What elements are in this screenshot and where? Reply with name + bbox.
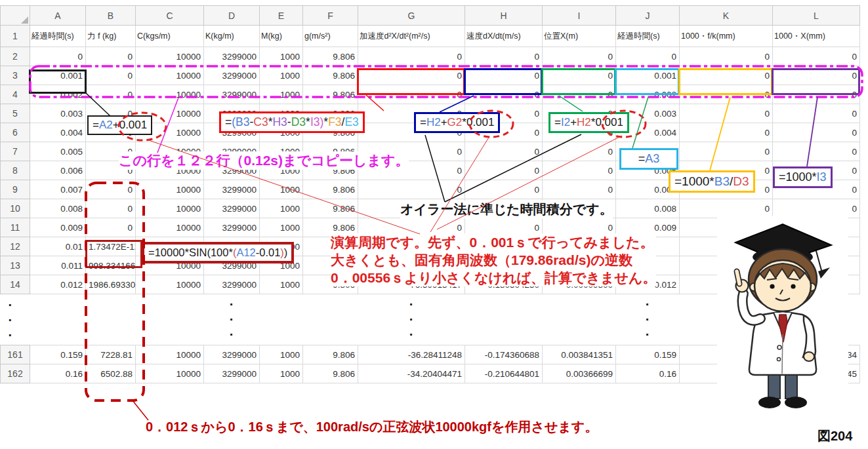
cell-k2[interactable]: 0 [680,47,773,66]
cell-e9[interactable]: 1000 [260,180,303,199]
cell-l1[interactable]: 1000・X(mm) [773,26,860,47]
column-header-d[interactable]: D [204,6,260,26]
cell-a9[interactable]: 0.007 [30,180,86,199]
cell-a11[interactable]: 0.009 [30,218,86,237]
cell-f9[interactable]: 9.806 [303,180,358,199]
row-number-3[interactable]: 3 [1,66,30,85]
cell-b162[interactable]: 6502.88 [86,364,136,383]
cell-h1[interactable]: 速度dX/dt(m/s) [465,26,543,47]
row-number-4[interactable]: 4 [1,85,30,104]
cell-a1[interactable]: 経過時間(s) [30,26,86,47]
cell-h162[interactable]: -0.210644801 [465,364,543,383]
cell-j162[interactable]: 0.16 [616,364,680,383]
cell-d9[interactable]: 3299000 [204,180,260,199]
cell-i2[interactable]: 0 [543,47,616,66]
cell-b11[interactable]: 0 [86,218,136,237]
cell-h9[interactable]: 0 [465,180,543,199]
cell-d10[interactable]: 3299000 [204,199,260,218]
cell-c3[interactable]: 10000 [136,66,204,85]
cell-j4[interactable]: 0.002 [616,85,680,104]
cell-b161[interactable]: 7228.81 [86,345,136,364]
cell-d14[interactable]: 3299000 [204,275,260,294]
cell-k10[interactable]: 0 [680,199,773,218]
cell-e2[interactable]: 1000 [260,47,303,66]
cell-b13[interactable]: 998.3341665 [86,256,136,275]
row-number-11[interactable]: 11 [1,218,30,237]
cell-i1[interactable]: 位置X(m) [543,26,616,47]
row-number-12[interactable]: 12 [1,237,30,256]
cell-c2[interactable]: 10000 [136,47,204,66]
cell-f10[interactable]: 9.806 [303,199,358,218]
column-header-h[interactable]: H [465,6,543,26]
cell-k6[interactable]: 0 [680,123,773,142]
cell-e162[interactable]: 1000 [260,364,303,383]
row-number-1[interactable]: 1 [1,26,30,47]
cell-l4[interactable]: 0 [773,85,860,104]
cell-j3[interactable]: 0.001 [616,66,680,85]
cell-f162[interactable]: 9.806 [303,364,358,383]
cell-d162[interactable]: 3299000 [204,364,260,383]
cell-f3[interactable]: 9.806 [303,66,358,85]
row-number-5[interactable]: 5 [1,104,30,123]
cell-b1[interactable]: 力 f (kg) [86,26,136,47]
cell-b12[interactable]: 1.73472E-12 [86,237,136,256]
cell-g3[interactable]: 0 [358,66,465,85]
cell-b9[interactable]: 0 [86,180,136,199]
cell-i9[interactable]: 0 [543,180,616,199]
row-number-14[interactable]: 14 [1,275,30,294]
row-number-6[interactable]: 6 [1,123,30,142]
cell-d3[interactable]: 3299000 [204,66,260,85]
cell-e161[interactable]: 1000 [260,345,303,364]
row-number-9[interactable]: 9 [1,180,30,199]
row-number-10[interactable]: 10 [1,199,30,218]
cell-c10[interactable]: 10000 [136,199,204,218]
cell-a3[interactable]: 0.001 [30,66,86,85]
cell-g9[interactable]: 0 [358,180,465,199]
cell-b10[interactable]: 0 [86,199,136,218]
cell-l10[interactable]: 0 [773,199,860,218]
cell-g1[interactable]: 加速度d²X/dt²(m²/s) [358,26,465,47]
cell-f2[interactable]: 9.806 [303,47,358,66]
cell-k5[interactable]: 0 [680,104,773,123]
cell-j2[interactable]: 0 [616,47,680,66]
cell-e3[interactable]: 1000 [260,66,303,85]
cell-e10[interactable]: 1000 [260,199,303,218]
cell-h2[interactable]: 0 [465,47,543,66]
cell-e1[interactable]: M(kg) [260,26,303,47]
cell-c14[interactable]: 10000 [136,275,204,294]
cell-d161[interactable]: 3299000 [204,345,260,364]
column-header-f[interactable]: F [303,6,358,26]
cell-k7[interactable]: 0 [680,142,773,161]
cell-a12[interactable]: 0.01 [30,237,86,256]
cell-l6[interactable]: 0 [773,123,860,142]
row-number-8[interactable]: 8 [1,161,30,180]
cell-l2[interactable]: 0 [773,47,860,66]
column-header-e[interactable]: E [260,6,303,26]
cell-j10[interactable]: 0.008 [616,199,680,218]
cell-j1[interactable]: 経過時間(s) [616,26,680,47]
cell-a162[interactable]: 0.16 [30,364,86,383]
column-header-k[interactable]: K [680,6,773,26]
row-number-161[interactable]: 161 [1,345,30,364]
cell-a13[interactable]: 0.011 [30,256,86,275]
cell-i161[interactable]: 0.003841351 [543,345,616,364]
cell-b2[interactable]: 0 [86,47,136,66]
cell-h161[interactable]: -0.174360688 [465,345,543,364]
cell-i162[interactable]: 0.00366699 [543,364,616,383]
cell-i3[interactable]: 0 [543,66,616,85]
cell-a7[interactable]: 0.005 [30,142,86,161]
cell-g2[interactable]: 0 [358,47,465,66]
cell-h4[interactable]: 0 [465,85,543,104]
cell-a161[interactable]: 0.159 [30,345,86,364]
cell-a10[interactable]: 0.008 [30,199,86,218]
cell-d4[interactable]: 3299000 [204,85,260,104]
cell-g4[interactable]: 0 [358,85,465,104]
cell-c11[interactable]: 10000 [136,218,204,237]
cell-l5[interactable]: 0 [773,104,860,123]
cell-j161[interactable]: 0.159 [616,345,680,364]
cell-k3[interactable]: 0 [680,66,773,85]
cell-c4[interactable]: 10000 [136,85,204,104]
column-header-j[interactable]: J [616,6,680,26]
cell-b14[interactable]: 1986.693308 [86,275,136,294]
cell-l3[interactable]: 0 [773,66,860,85]
